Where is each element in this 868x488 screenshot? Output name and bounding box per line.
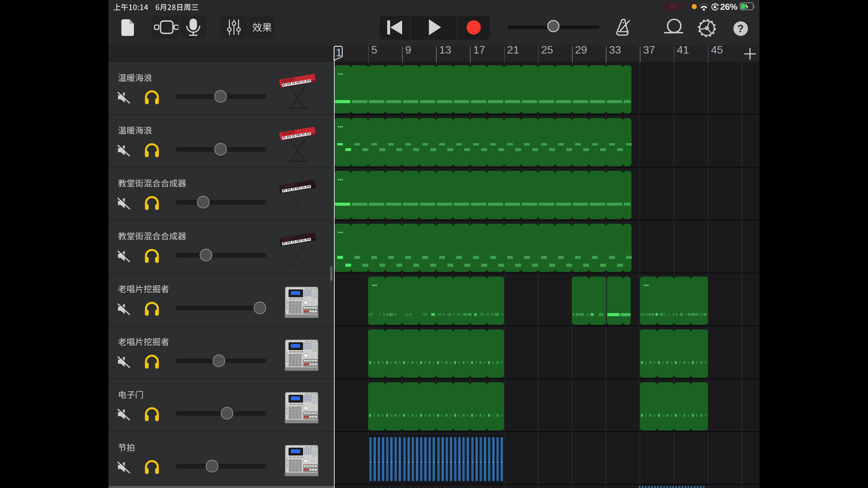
svg-text:1: 1 bbox=[336, 47, 341, 59]
